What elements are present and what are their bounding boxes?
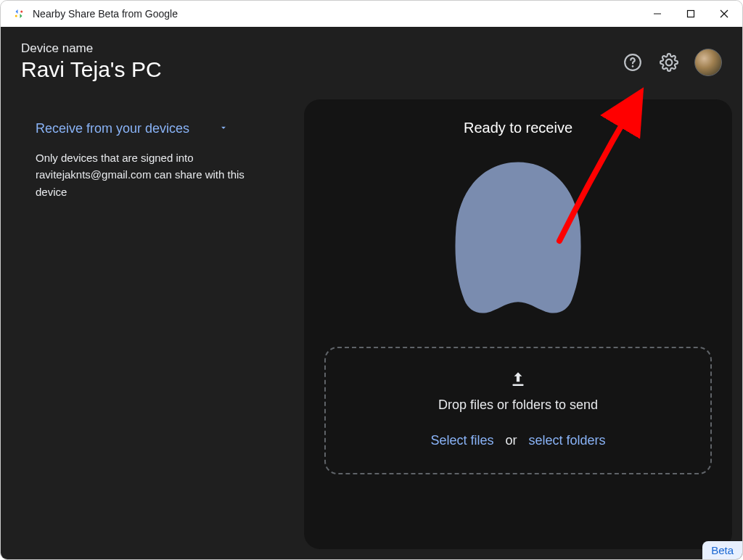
gear-icon [660, 53, 678, 72]
minimize-button[interactable] [641, 3, 674, 25]
receive-mode-description: Only devices that are signed into ravite… [36, 149, 268, 200]
help-icon [623, 53, 642, 72]
device-graphic [449, 158, 587, 318]
window-controls [641, 1, 741, 27]
svg-point-0 [15, 15, 17, 17]
device-name-label: Device name [21, 41, 162, 56]
settings-button[interactable] [658, 52, 680, 73]
ready-status: Ready to receive [464, 120, 572, 136]
app-icon [12, 7, 25, 20]
chevron-down-icon [218, 121, 229, 136]
svg-rect-8 [512, 384, 523, 387]
close-button[interactable] [707, 3, 741, 25]
upload-icon [509, 370, 528, 392]
beta-badge: Beta [702, 541, 742, 559]
svg-point-7 [632, 65, 634, 67]
or-label: or [505, 433, 517, 448]
titlebar: Nearby Share Beta from Google [1, 1, 742, 27]
svg-rect-3 [688, 11, 694, 17]
device-block: Device name Ravi Teja's PC [21, 41, 162, 82]
window-title: Nearby Share Beta from Google [33, 8, 178, 20]
avatar[interactable] [694, 49, 722, 76]
header: Device name Ravi Teja's PC [1, 27, 742, 89]
receive-mode-dropdown[interactable]: Receive from your devices [36, 121, 275, 136]
content: Receive from your devices Only devices t… [1, 89, 742, 559]
maximize-button[interactable] [674, 3, 707, 25]
help-button[interactable] [622, 52, 644, 73]
select-folders-link[interactable]: select folders [529, 433, 606, 448]
select-files-link[interactable]: Select files [430, 433, 493, 448]
device-name: Ravi Teja's PC [21, 57, 162, 82]
drop-label: Drop files or folders to send [438, 398, 598, 413]
drop-zone[interactable]: Drop files or folders to send Select fil… [324, 347, 712, 474]
select-row: Select files or select folders [430, 433, 605, 448]
app-window: Nearby Share Beta from Google Device nam… [0, 0, 743, 560]
header-actions [622, 49, 722, 76]
main-panel: Ready to receive Drop files or folders t… [304, 99, 732, 549]
blob-icon [449, 158, 587, 318]
svg-point-1 [20, 11, 22, 13]
left-panel: Receive from your devices Only devices t… [36, 99, 275, 549]
receive-mode-label: Receive from your devices [36, 121, 189, 136]
app-body: Device name Ravi Teja's PC [1, 27, 742, 559]
